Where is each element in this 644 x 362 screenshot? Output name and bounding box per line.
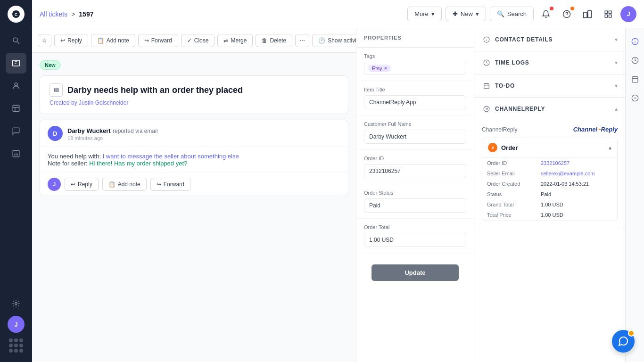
breadcrumb: All tickets > 1597 bbox=[40, 10, 402, 18]
more-options-button[interactable]: ⋯ bbox=[295, 34, 309, 47]
status-val: Paid bbox=[537, 189, 616, 199]
help-button[interactable] bbox=[558, 6, 575, 23]
svg-rect-13 bbox=[609, 11, 611, 13]
check-icon: ✓ bbox=[187, 37, 192, 44]
chevron-down-icon: ▾ bbox=[476, 10, 479, 17]
item-title-section: Item Title bbox=[356, 81, 474, 115]
svg-text:C: C bbox=[15, 12, 18, 17]
search-icon: 🔍 bbox=[497, 10, 504, 17]
new-button[interactable]: ✚ New ▾ bbox=[446, 7, 486, 21]
user-avatar-top[interactable]: J bbox=[620, 6, 636, 22]
more-button[interactable]: More ▾ bbox=[407, 7, 442, 21]
sidebar-item-chat[interactable] bbox=[6, 121, 26, 141]
rp-calendar-icon[interactable] bbox=[627, 72, 643, 87]
channelreply-title: CHANNELREPLY bbox=[495, 106, 611, 112]
reply-icon: ↩ bbox=[60, 37, 65, 44]
order-status-input[interactable] bbox=[364, 198, 466, 213]
ticket-header-card: ✉ Darby needs help with an order they pl… bbox=[40, 75, 348, 114]
integrations-button[interactable] bbox=[579, 6, 596, 23]
message-meta: Darby Wuckert reported via email 19 minu… bbox=[67, 126, 157, 141]
tags-section: Tags Etsy × bbox=[356, 48, 474, 81]
note-icon: 📋 bbox=[108, 181, 116, 188]
properties-panel: PROPERTIES Tags Etsy × Item Title Custom… bbox=[356, 28, 474, 362]
breadcrumb-separator: > bbox=[71, 10, 75, 18]
message-reply-button[interactable]: ↩ Reply bbox=[65, 178, 99, 191]
total-price-row: Total Price 1.00 USD bbox=[483, 210, 616, 220]
order-created-row: Order Created 2022-01-03 14:53:21 bbox=[483, 179, 616, 189]
customer-name-input[interactable] bbox=[364, 130, 466, 144]
order-id-key: Order ID bbox=[483, 158, 536, 168]
star-icon: ☆ bbox=[42, 37, 47, 44]
message-actions: J ↩ Reply 📋 Add note ↪ Forward bbox=[40, 173, 348, 196]
breadcrumb-all-tickets[interactable]: All tickets bbox=[40, 10, 67, 18]
todo-chevron: ▾ bbox=[615, 82, 618, 89]
message-time: 19 minutes ago bbox=[67, 135, 157, 141]
notifications-button[interactable] bbox=[537, 6, 554, 23]
collapse-icon[interactable]: ▴ bbox=[609, 144, 611, 151]
ticket-area: ☆ ↩ Reply 📋 Add note ↪ Forward ✓ Close bbox=[32, 28, 644, 362]
svg-point-2 bbox=[13, 38, 17, 42]
item-title-input[interactable] bbox=[364, 95, 466, 109]
order-status-label: Order Status bbox=[364, 190, 466, 196]
app-logo[interactable]: C bbox=[8, 6, 25, 23]
update-button[interactable]: Update bbox=[372, 264, 459, 281]
topbar-actions: More ▾ ✚ New ▾ 🔍 Search bbox=[407, 6, 636, 23]
plus-icon: ✚ bbox=[453, 10, 458, 17]
order-id-row: Order ID 2332106257 bbox=[483, 158, 616, 168]
sidebar-item-search[interactable] bbox=[6, 30, 26, 51]
message-add-note-button[interactable]: 📋 Add note bbox=[102, 178, 147, 191]
channelreply-brand-header: ChannelReply Channel~Reply bbox=[482, 126, 618, 133]
rp-info-icon[interactable] bbox=[627, 34, 643, 49]
sidebar-item-knowledge[interactable] bbox=[6, 98, 26, 119]
reply-button[interactable]: ↩ Reply bbox=[54, 34, 88, 47]
customer-name-section: Customer Full Name bbox=[356, 115, 474, 150]
notification-badge bbox=[550, 7, 553, 10]
channelreply-icon bbox=[482, 104, 491, 114]
sidebar-item-contacts[interactable] bbox=[6, 75, 26, 96]
order-id-input[interactable] bbox=[364, 164, 466, 178]
order-created-key: Order Created bbox=[483, 179, 536, 189]
order-id-label: Order ID bbox=[364, 156, 466, 161]
ticket-content: New ✉ Darby needs help with an order the… bbox=[32, 53, 356, 362]
todo-header[interactable]: TO-DO ▾ bbox=[474, 74, 625, 97]
reply-icon: ↩ bbox=[71, 181, 75, 188]
delete-button[interactable]: 🗑 Delete bbox=[256, 34, 292, 47]
order-id-val: 2332106257 bbox=[537, 158, 616, 168]
sidebar-item-tickets[interactable] bbox=[6, 53, 26, 74]
note-icon: 📋 bbox=[97, 37, 104, 44]
channelreply-content: ChannelReply Channel~Reply e Order ▴ bbox=[474, 120, 625, 227]
note-highlight: Hi there! Has my order shipped yet? bbox=[89, 160, 187, 167]
svg-rect-15 bbox=[605, 15, 607, 17]
search-button[interactable]: 🔍 Search bbox=[490, 7, 534, 21]
close-button[interactable]: ✓ Close bbox=[181, 34, 215, 47]
sidebar-item-settings[interactable] bbox=[6, 293, 26, 314]
contact-details-header[interactable]: CONTACT DETAILS ▾ bbox=[474, 28, 625, 51]
rp-clock-icon[interactable] bbox=[627, 53, 643, 68]
trash-icon: 🗑 bbox=[262, 37, 267, 44]
info-icon bbox=[482, 35, 491, 44]
email-icon: ✉ bbox=[50, 83, 63, 97]
message-forward-button[interactable]: ↪ Forward bbox=[150, 178, 190, 191]
order-created-val: 2022-01-03 14:53:21 bbox=[537, 179, 616, 189]
todo-title: TO-DO bbox=[495, 82, 611, 89]
channelreply-header[interactable]: CHANNELREPLY ▴ bbox=[474, 98, 625, 120]
grid-button[interactable] bbox=[600, 6, 617, 23]
time-logs-header[interactable]: TIME LOGS ▾ bbox=[474, 51, 625, 74]
merge-button[interactable]: ⇌ Merge bbox=[217, 34, 253, 47]
star-button[interactable]: ☆ bbox=[38, 34, 51, 47]
grand-total-val: 1.00 USD bbox=[537, 200, 616, 209]
add-note-button[interactable]: 📋 Add note bbox=[91, 34, 135, 47]
seller-email-key: Seller Email bbox=[483, 169, 536, 178]
svg-rect-11 bbox=[588, 10, 592, 17]
chatbot-button[interactable] bbox=[612, 330, 635, 353]
tag-remove-button[interactable]: × bbox=[384, 66, 387, 71]
order-total-input[interactable] bbox=[364, 233, 466, 247]
customer-name-label: Customer Full Name bbox=[364, 121, 466, 127]
channelreply-chevron: ▴ bbox=[615, 106, 618, 112]
tags-label: Tags bbox=[364, 53, 466, 59]
sidebar-item-reports[interactable] bbox=[6, 143, 26, 164]
user-avatar[interactable]: J bbox=[8, 316, 25, 333]
svg-rect-12 bbox=[605, 11, 607, 13]
rp-channel-icon[interactable] bbox=[627, 90, 643, 106]
forward-button[interactable]: ↪ Forward bbox=[138, 34, 178, 47]
